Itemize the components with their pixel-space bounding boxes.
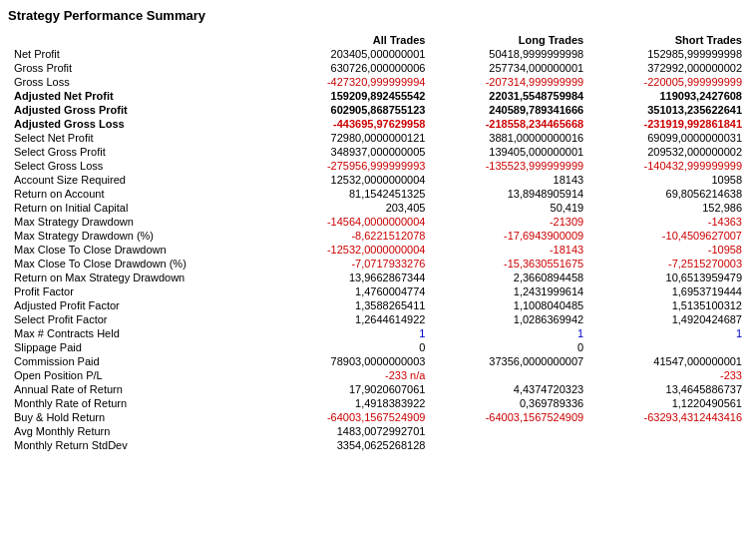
- table-row: Account Size Required12532,0000000004181…: [8, 173, 748, 187]
- row-label: Profit Factor: [8, 284, 273, 298]
- row-short-trades: 1: [589, 326, 748, 340]
- row-short-trades: [589, 424, 748, 438]
- col-header-long: Long Trades: [431, 33, 589, 47]
- row-all-trades: 1483,0072992701: [273, 424, 432, 438]
- table-row: Buy & Hold Return-64003,1567524909-64003…: [8, 410, 748, 424]
- row-short-trades: -231919,992861841: [589, 117, 748, 131]
- row-long-trades: 240589,789341666: [431, 103, 589, 117]
- row-short-trades: 10,6513959479: [589, 271, 748, 284]
- row-short-trades: 1,6953719444: [589, 284, 748, 298]
- row-label: Slippage Paid: [8, 340, 273, 354]
- table-row: Slippage Paid00: [8, 340, 748, 354]
- row-all-trades: -12532,0000000004: [273, 243, 432, 257]
- row-short-trades: 152985,999999998: [589, 47, 748, 61]
- row-label: Adjusted Gross Loss: [8, 117, 273, 131]
- row-short-trades: 69099,0000000031: [589, 131, 748, 145]
- row-short-trades: 119093,2427608: [589, 89, 748, 103]
- row-short-trades: -14363: [589, 215, 748, 229]
- row-label: Max Close To Close Drawdown (%): [8, 257, 273, 271]
- table-row: Monthly Return StdDev3354,0625268128: [8, 438, 748, 452]
- row-all-trades: -64003,1567524909: [273, 410, 432, 424]
- table-row: Gross Loss-427320,999999994-207314,99999…: [8, 75, 748, 89]
- row-long-trades: 257734,000000001: [431, 61, 589, 75]
- row-label: Account Size Required: [8, 173, 273, 187]
- row-label: Select Gross Profit: [8, 145, 273, 159]
- row-long-trades: 50,419: [431, 201, 589, 215]
- row-all-trades: 3354,0625268128: [273, 438, 432, 452]
- row-label: Gross Loss: [8, 75, 273, 89]
- row-short-trades: 209532,000000002: [589, 145, 748, 159]
- table-row: Gross Profit630726,000000006257734,00000…: [8, 61, 748, 75]
- table-row: Max Strategy Drawdown (%)-8,6221512078-1…: [8, 229, 748, 243]
- table-row: Max Close To Close Drawdown (%)-7,071793…: [8, 257, 748, 271]
- table-row: Monthly Rate of Return1,49183839220,3697…: [8, 396, 748, 410]
- row-long-trades: 18143: [431, 173, 589, 187]
- row-all-trades: 1,4918383922: [273, 396, 432, 410]
- row-long-trades: 0: [431, 340, 589, 354]
- row-label: Buy & Hold Return: [8, 410, 273, 424]
- row-all-trades: 0: [273, 340, 432, 354]
- table-row: Net Profit203405,00000000150418,99999999…: [8, 47, 748, 61]
- table-row: Avg Monthly Return1483,0072992701: [8, 424, 748, 438]
- row-long-trades: 1: [431, 326, 589, 340]
- row-short-trades: 1,1220490561: [589, 396, 748, 410]
- row-long-trades: 22031,5548759984: [431, 89, 589, 103]
- col-header-short: Short Trades: [589, 33, 748, 47]
- row-short-trades: 1,4920424687: [589, 312, 748, 326]
- row-all-trades: 159209,892455542: [273, 89, 432, 103]
- row-short-trades: -63293,4312443416: [589, 410, 748, 424]
- row-long-trades: -135523,999999999: [431, 159, 589, 173]
- page-title: Strategy Performance Summary: [8, 8, 748, 23]
- row-all-trades: 81,1542451325: [273, 187, 432, 201]
- row-long-trades: -207314,999999999: [431, 75, 589, 89]
- row-short-trades: [589, 438, 748, 452]
- row-all-trades: 72980,0000000121: [273, 131, 432, 145]
- row-label: Select Profit Factor: [8, 312, 273, 326]
- row-short-trades: -7,2515270003: [589, 257, 748, 271]
- row-short-trades: -140432,999999999: [589, 159, 748, 173]
- row-long-trades: -218558,234465668: [431, 117, 589, 131]
- table-row: Return on Max Strategy Drawdown13,966286…: [8, 271, 748, 284]
- table-row: Adjusted Gross Profit602905,868755123240…: [8, 103, 748, 117]
- row-label: Monthly Return StdDev: [8, 438, 273, 452]
- row-long-trades: 3881,00000000016: [431, 131, 589, 145]
- row-label: Max Close To Close Drawdown: [8, 243, 273, 257]
- row-short-trades: 69,8056214638: [589, 187, 748, 201]
- table-row: Commission Paid78903,000000000337356,000…: [8, 354, 748, 368]
- table-header-row: All Trades Long Trades Short Trades: [8, 33, 748, 47]
- row-long-trades: 37356,0000000007: [431, 354, 589, 368]
- table-row: Select Gross Profit348937,00000000513940…: [8, 145, 748, 159]
- row-long-trades: [431, 424, 589, 438]
- row-all-trades: 348937,000000005: [273, 145, 432, 159]
- row-short-trades: 152,986: [589, 201, 748, 215]
- row-long-trades: -15,3630551675: [431, 257, 589, 271]
- row-long-trades: 0,369789336: [431, 396, 589, 410]
- row-long-trades: -64003,1567524909: [431, 410, 589, 424]
- row-all-trades: 203,405: [273, 201, 432, 215]
- row-all-trades: 630726,000000006: [273, 61, 432, 75]
- table-row: Select Profit Factor1,26446149221,028636…: [8, 312, 748, 326]
- row-all-trades: -275956,999999993: [273, 159, 432, 173]
- row-long-trades: 1,0286369942: [431, 312, 589, 326]
- row-label: Return on Account: [8, 187, 273, 201]
- row-label: Max # Contracts Held: [8, 326, 273, 340]
- row-all-trades: -427320,999999994: [273, 75, 432, 89]
- row-label: Adjusted Gross Profit: [8, 103, 273, 117]
- row-short-trades: -10958: [589, 243, 748, 257]
- row-all-trades: 1: [273, 326, 432, 340]
- row-label: Monthly Rate of Return: [8, 396, 273, 410]
- table-row: Max # Contracts Held111: [8, 326, 748, 340]
- row-all-trades: 78903,0000000003: [273, 354, 432, 368]
- row-all-trades: 602905,868755123: [273, 103, 432, 117]
- table-row: Select Net Profit72980,00000001213881,00…: [8, 131, 748, 145]
- row-label: Return on Initial Capital: [8, 201, 273, 215]
- table-row: Return on Initial Capital203,40550,41915…: [8, 201, 748, 215]
- row-long-trades: [431, 368, 589, 382]
- col-header-all: All Trades: [273, 33, 432, 47]
- row-short-trades: -220005,999999999: [589, 75, 748, 89]
- row-all-trades: -443695,97629958: [273, 117, 432, 131]
- row-label: Adjusted Profit Factor: [8, 298, 273, 312]
- row-all-trades: 17,9020607061: [273, 382, 432, 396]
- row-long-trades: [431, 438, 589, 452]
- row-short-trades: 351013,235622641: [589, 103, 748, 117]
